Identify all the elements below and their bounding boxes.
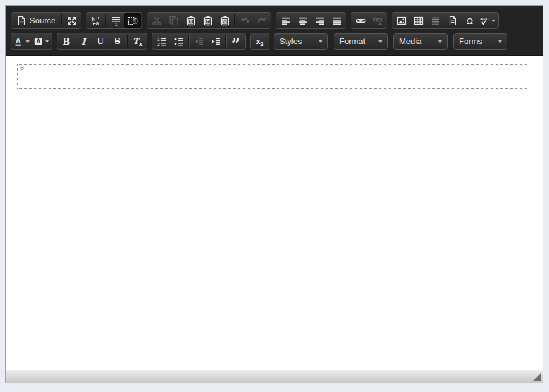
chevron-down-icon xyxy=(438,40,442,43)
background-color-button[interactable]: A xyxy=(31,34,51,48)
numbered-list-icon: 1 2 xyxy=(157,36,167,47)
group-subscript: x2 xyxy=(250,33,269,50)
table-button[interactable] xyxy=(410,13,427,28)
source-button[interactable]: <> Source xyxy=(12,13,60,28)
text-color-button[interactable]: A xyxy=(12,34,31,48)
source-button-label: Source xyxy=(30,16,55,25)
list-2-glyph: 2 xyxy=(157,42,160,46)
group-links xyxy=(351,12,387,29)
paste-text-glyph: T xyxy=(207,19,209,23)
omega-glyph: Ω xyxy=(467,16,473,25)
paste-from-word-button[interactable]: W xyxy=(216,13,233,28)
indent-button[interactable] xyxy=(207,34,224,48)
image-icon xyxy=(397,16,407,26)
link-button[interactable] xyxy=(352,13,369,28)
italic-glyph: I xyxy=(81,36,86,47)
align-right-button[interactable] xyxy=(311,13,328,28)
separator xyxy=(234,14,235,26)
subscript-button[interactable]: x2 xyxy=(251,34,268,48)
replace-a-glyph: a xyxy=(96,20,99,26)
bg-color-glyph: A xyxy=(36,38,40,45)
underline-button[interactable]: U xyxy=(92,34,109,48)
paste-word-glyph: W xyxy=(223,19,227,23)
align-center-button[interactable] xyxy=(294,13,311,28)
cut-icon xyxy=(152,16,162,26)
numbered-list-button[interactable]: 1 2 xyxy=(153,34,170,48)
abc-glyph: ABC xyxy=(480,16,489,20)
document-page-icon xyxy=(448,16,458,26)
styles-dropdown-label: Styles xyxy=(280,36,302,46)
media-dropdown[interactable]: Media xyxy=(393,33,448,50)
list-1-glyph: 1 xyxy=(157,37,160,42)
editing-area[interactable]: P xyxy=(6,56,543,369)
underline-glyph: U xyxy=(97,36,104,46)
undo-button[interactable] xyxy=(236,13,253,28)
styles-dropdown[interactable]: Styles xyxy=(274,33,328,50)
source-code-glyph: <> xyxy=(19,18,24,23)
chevron-down-icon xyxy=(45,40,49,43)
bold-button[interactable]: B xyxy=(58,34,75,48)
align-left-button[interactable] xyxy=(277,13,294,28)
horizontal-rule-button[interactable] xyxy=(427,13,444,28)
subscript-2-glyph: 2 xyxy=(261,41,264,47)
blockquote-button[interactable]: ” xyxy=(227,34,244,48)
remove-format-x-glyph: x xyxy=(139,41,142,47)
align-left-icon xyxy=(281,16,291,26)
forms-dropdown-label: Forms xyxy=(459,36,482,46)
maximize-icon xyxy=(67,16,77,26)
align-justify-button[interactable] xyxy=(328,13,345,28)
copy-button[interactable] xyxy=(165,13,182,28)
replace-b-glyph: b xyxy=(91,16,94,23)
format-dropdown[interactable]: Format xyxy=(334,33,388,50)
bold-glyph: B xyxy=(63,36,71,47)
group-colors: A A xyxy=(11,33,52,50)
resize-grip[interactable] xyxy=(533,373,541,381)
unlink-icon xyxy=(373,16,383,26)
paragraph-block-outline[interactable]: P xyxy=(17,64,529,89)
chevron-down-icon xyxy=(319,40,322,43)
separator xyxy=(188,35,189,47)
paste-text-icon: T xyxy=(203,16,213,26)
toolbar-row-2: A A B I U S xyxy=(11,33,539,50)
align-justify-icon xyxy=(332,16,342,26)
document-button[interactable] xyxy=(444,13,461,28)
chevron-down-icon xyxy=(498,40,502,43)
redo-icon xyxy=(257,16,267,26)
subscript-x-glyph: x xyxy=(256,36,260,46)
rich-text-editor: <> Source b a xyxy=(5,5,543,383)
indent-icon xyxy=(211,36,221,47)
spell-check-button[interactable]: ABC xyxy=(478,13,497,28)
align-right-icon xyxy=(315,16,325,26)
unlink-button[interactable] xyxy=(369,13,386,28)
undo-icon xyxy=(240,16,250,26)
paste-text-button[interactable]: T xyxy=(199,13,216,28)
group-paragraph: 1 2 xyxy=(152,33,246,50)
group-document: <> Source xyxy=(11,12,81,29)
group-insert: Ω ABC xyxy=(392,12,499,29)
spell-check-icon: ABC xyxy=(480,16,490,26)
strikethrough-button[interactable]: S xyxy=(109,34,126,48)
text-color-glyph: A xyxy=(16,37,21,45)
toolbar: <> Source b a xyxy=(6,6,543,56)
remove-format-t-glyph: T xyxy=(133,36,139,46)
text-color-icon: A xyxy=(14,36,24,47)
bulleted-list-button[interactable] xyxy=(170,34,187,48)
separator xyxy=(105,14,106,26)
outdent-button[interactable] xyxy=(190,34,207,48)
outdent-icon xyxy=(194,36,204,47)
cut-button[interactable] xyxy=(148,13,165,28)
special-char-button[interactable]: Ω xyxy=(461,13,478,28)
redo-button[interactable] xyxy=(253,13,270,28)
paste-button[interactable] xyxy=(182,13,199,28)
remove-format-button[interactable]: Tx xyxy=(129,34,146,48)
show-blocks-button[interactable] xyxy=(124,13,141,28)
forms-dropdown[interactable]: Forms xyxy=(453,33,507,50)
replace-button[interactable]: b a xyxy=(87,13,104,28)
italic-button[interactable]: I xyxy=(75,34,92,48)
maximize-button[interactable] xyxy=(63,13,80,28)
image-button[interactable] xyxy=(393,13,410,28)
select-all-button[interactable] xyxy=(107,13,124,28)
status-bar xyxy=(6,369,543,383)
paste-from-word-icon: W xyxy=(220,16,230,26)
toolbar-row-1: <> Source b a xyxy=(11,12,539,29)
